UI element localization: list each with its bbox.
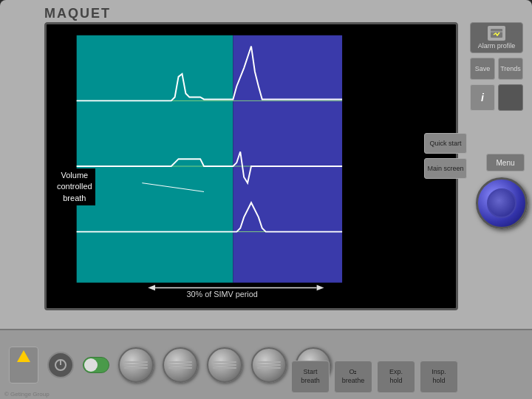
warning-icon: [17, 350, 30, 362]
alarm-profile-button[interactable]: Alarm profile: [470, 22, 523, 53]
warning-area: [9, 347, 38, 383]
knob-1-container: [118, 347, 154, 383]
exp-hold-button[interactable]: Exp.hold: [377, 361, 415, 393]
insp-hold-button[interactable]: Insp.hold: [420, 361, 458, 393]
svg-marker-6: [148, 284, 155, 290]
brand-label: MAQUET: [44, 6, 111, 21]
toggle-thumb: [84, 358, 98, 372]
bottom-area: Startbreath O₂breathe Exp.hold Insp.hold: [0, 329, 532, 399]
info-row: i: [470, 84, 523, 111]
knob-4[interactable]: [251, 347, 287, 383]
nav-buttons: Quick start Main screen: [424, 133, 467, 179]
svg-rect-1: [233, 35, 342, 283]
copyright: © Getinge Group: [4, 391, 50, 398]
power-toggle[interactable]: [47, 352, 74, 378]
knob-inner: [487, 188, 516, 218]
right-panel: Alarm profile Save Trends i: [467, 22, 526, 111]
save-trends-row: Save Trends: [470, 58, 523, 80]
svg-rect-0: [77, 35, 233, 283]
info-button[interactable]: i: [470, 84, 495, 111]
knob-lines: [124, 358, 148, 372]
knob-1[interactable]: [118, 347, 154, 383]
knob-3[interactable]: [207, 347, 242, 383]
device-body: MAQUET 30% of SIMV pe: [0, 0, 532, 399]
main-screen-button[interactable]: Main screen: [424, 158, 467, 179]
bottom-action-btns: Startbreath O₂breathe Exp.hold Insp.hold: [291, 361, 458, 393]
save-button[interactable]: Save: [470, 58, 495, 80]
alarm-icon: [488, 26, 505, 41]
dark-button[interactable]: [498, 84, 523, 111]
main-screen: 30% of SIMV period Volumecontrolledbreat…: [44, 22, 458, 310]
toggle-switch[interactable]: [83, 357, 109, 373]
o2-breathe-button[interactable]: O₂breathe: [334, 361, 372, 393]
knob-2[interactable]: [163, 347, 198, 383]
svg-rect-10: [491, 29, 502, 38]
alarm-profile-label: Alarm profile: [478, 42, 516, 50]
quick-start-button[interactable]: Quick start: [424, 133, 467, 154]
knob-lines-2: [168, 358, 192, 372]
svg-text:30% of SIMV period: 30% of SIMV period: [186, 290, 257, 299]
knob-lines-4: [257, 358, 281, 372]
knob-lines-3: [213, 358, 236, 372]
trends-button[interactable]: Trends: [498, 58, 523, 80]
svg-marker-7: [317, 284, 324, 290]
knob-4-container: [251, 347, 287, 383]
menu-button[interactable]: Menu: [486, 154, 525, 171]
main-knob[interactable]: [476, 177, 528, 229]
start-breath-button[interactable]: Startbreath: [291, 361, 330, 393]
knob-2-container: [163, 347, 198, 383]
knob-3-container: [207, 347, 242, 383]
